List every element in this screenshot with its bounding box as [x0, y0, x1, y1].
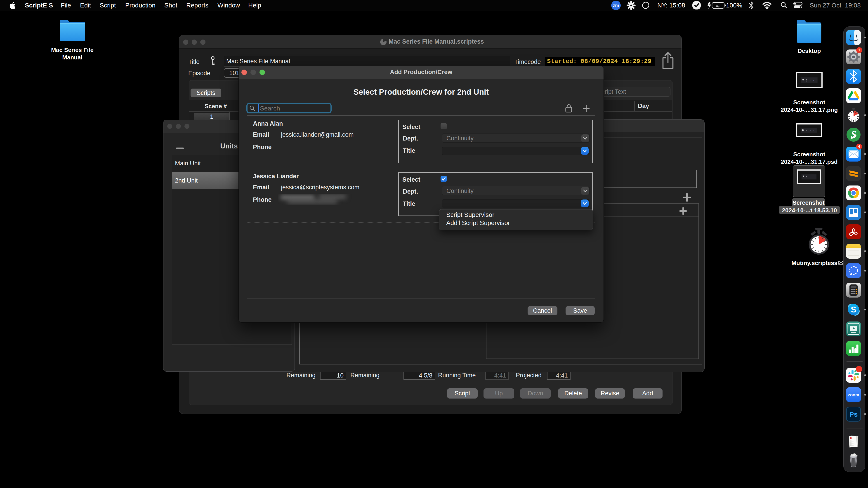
svg-text:S: S — [851, 305, 857, 314]
svg-text:Ps: Ps — [849, 411, 858, 418]
svg-text:zoom: zoom — [848, 392, 859, 397]
